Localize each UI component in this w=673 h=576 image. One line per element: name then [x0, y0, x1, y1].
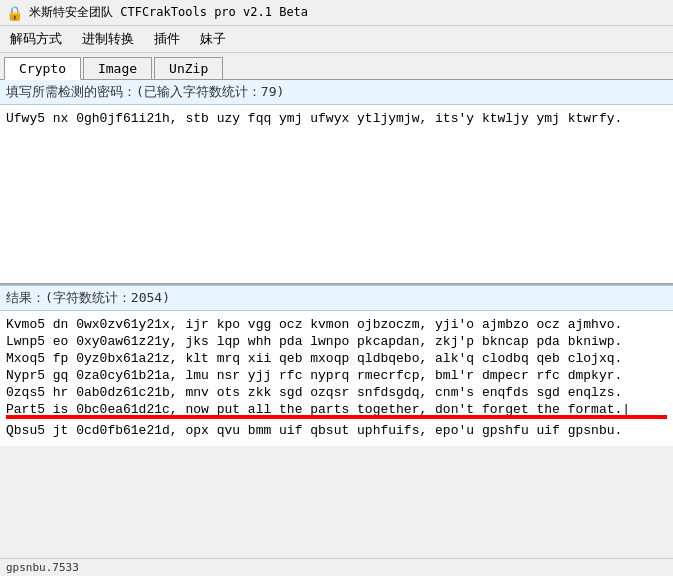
menu-bar: 解码方式 进制转换 插件 妹子 — [0, 26, 673, 53]
output-line: Lwnp5 eo 0xy0aw61z21y, jks lqp whh pda l… — [6, 334, 667, 349]
input-area[interactable]: Ufwy5 nx 0gh0jf61i21h, stb uzy fqq ymj u… — [0, 105, 673, 285]
input-text: Ufwy5 nx 0gh0jf61i21h, stb uzy fqq ymj u… — [6, 111, 622, 126]
output-section-label: 结果：(字符数统计：2054) — [0, 285, 673, 311]
output-line: 0zqs5 hr 0ab0dz61c21b, mnv ots zkk sgd o… — [6, 385, 667, 400]
output-line: Mxoq5 fp 0yz0bx61a21z, klt mrq xii qeb m… — [6, 351, 667, 366]
menu-decode[interactable]: 解码方式 — [4, 28, 68, 50]
menu-base[interactable]: 进制转换 — [76, 28, 140, 50]
tab-crypto[interactable]: Crypto — [4, 57, 81, 80]
output-area: Kvmo5 dn 0wx0zv61y21x, ijr kpo vgg ocz k… — [0, 311, 673, 446]
output-line: Qbsu5 jt 0cd0fb61e21d, opx qvu bmm uif q… — [6, 423, 667, 438]
status-bar: gpsnbu.7533 — [0, 558, 673, 576]
output-line: Part5 is 0bc0ea61d21c, now put all the p… — [6, 402, 667, 419]
menu-girl[interactable]: 妹子 — [194, 28, 232, 50]
output-line: Kvmo5 dn 0wx0zv61y21x, ijr kpo vgg ocz k… — [6, 317, 667, 332]
output-line: Nypr5 gq 0za0cy61b21a, lmu nsr yjj rfc n… — [6, 368, 667, 383]
title-bar: 🔒 米斯特安全团队 CTFCrakTools pro v2.1 Beta — [0, 0, 673, 26]
input-section-label: 填写所需检测的密码：(已输入字符数统计：79) — [0, 80, 673, 105]
tab-image[interactable]: Image — [83, 57, 152, 79]
tab-bar: Crypto Image UnZip — [0, 53, 673, 80]
status-text: gpsnbu.7533 — [6, 561, 79, 574]
title-text: 米斯特安全团队 CTFCrakTools pro v2.1 Beta — [29, 4, 308, 21]
app-icon: 🔒 — [6, 5, 23, 21]
menu-plugin[interactable]: 插件 — [148, 28, 186, 50]
tab-unzip[interactable]: UnZip — [154, 57, 223, 79]
